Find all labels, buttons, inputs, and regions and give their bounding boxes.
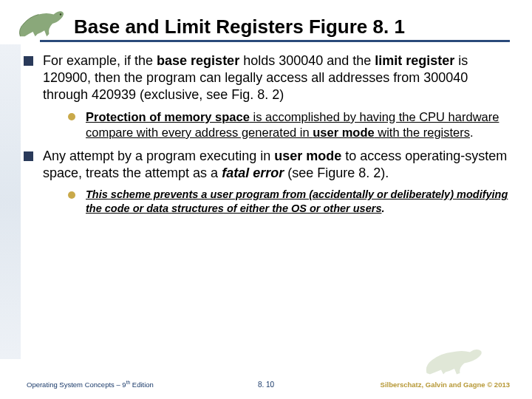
text: Any attempt by a program executing in [43, 149, 274, 163]
bullet-2-sub: This scheme prevents a user program from… [68, 188, 511, 215]
slide-content: For example, if the base register holds … [0, 42, 532, 215]
emphasized-text: This scheme prevents a user program from… [86, 188, 508, 214]
underlined-text: Protection of memory space is accomplish… [86, 110, 499, 139]
footer-page-number: 8. 10 [258, 381, 274, 389]
bold-text: base register [157, 53, 239, 68]
text: Operating System Concepts – 9 [27, 381, 126, 389]
slide: Base and Limit Registers Figure 8. 1 For… [0, 0, 532, 399]
footer-left: Operating System Concepts – 9th Edition [27, 380, 154, 389]
text: with the registers [375, 126, 470, 139]
dinosaur-icon [13, 6, 71, 41]
slide-header: Base and Limit Registers Figure 8. 1 [0, 0, 532, 42]
bullet-2: Any attempt by a program executing in us… [22, 148, 511, 215]
bold-text: user mode [274, 149, 341, 163]
bold-text: limit register [375, 53, 454, 68]
bold-text: Protection of memory space [86, 110, 250, 123]
sidebar-gradient [0, 44, 21, 359]
text: Edition [130, 381, 154, 389]
text: (see Figure 8. 2). [284, 166, 389, 180]
bullet-1: For example, if the base register holds … [22, 52, 511, 140]
title-underline [40, 40, 510, 42]
italic-bold-text: fatal error [222, 166, 284, 180]
footer-copyright: Silberschatz, Galvin and Gagne © 2013 [381, 381, 510, 389]
text: For example, if the [43, 53, 157, 68]
slide-title: Base and Limit Registers Figure 8. 1 [74, 16, 510, 38]
bullet-1-sub: Protection of memory space is accomplish… [68, 109, 511, 140]
slide-footer: Operating System Concepts – 9th Edition … [0, 359, 532, 389]
text: . [470, 126, 474, 139]
text: holds 300040 and the [239, 53, 375, 68]
bold-text: user mode [313, 126, 374, 139]
svg-point-0 [60, 13, 61, 15]
text: . [381, 202, 384, 214]
